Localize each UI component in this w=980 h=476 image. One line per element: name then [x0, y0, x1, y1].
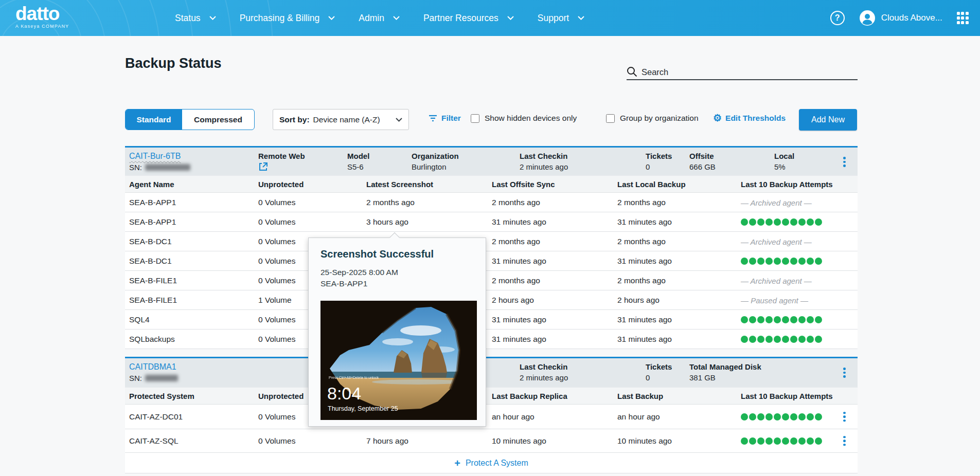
backup-attempts-dots	[741, 218, 822, 226]
chevron-down-icon	[209, 16, 216, 20]
agent-name: SEA-B-FILE1	[129, 296, 177, 305]
table-row: SQL4 0 Volumes 31 minutes ago 31 minutes…	[125, 310, 858, 329]
chevron-down-icon	[393, 16, 400, 20]
screenshot-popup: Screenshot Successful 25-Sep-2025 8:00 A…	[308, 237, 486, 427]
row-kebab-menu[interactable]	[841, 434, 848, 448]
logo-text: datto	[15, 3, 59, 24]
group-by-org-checkbox[interactable]	[606, 114, 615, 123]
group-by-org-checkbox-group: Group by organization	[606, 114, 699, 123]
agent-name: SQL4	[129, 315, 150, 324]
show-hidden-checkbox[interactable]	[471, 114, 479, 123]
protect-a-system-row: + Protect A System	[125, 453, 858, 473]
nav-item-label: Status	[175, 13, 201, 24]
agent-name: SEA-B-FILE1	[129, 276, 177, 285]
backup-attempts-dots	[741, 316, 822, 323]
protected-system-name: CAIT-AZ-SQL	[129, 436, 179, 446]
total-managed-disk-column: Total Managed Disk381 GB	[689, 362, 761, 382]
table-row: SQLbackups 0 Volumes 31 minutes ago 31 m…	[125, 329, 858, 349]
lockscreen-date: Thursday, September 25	[328, 405, 398, 412]
main-menu: Status Purchasing & Billing Admin Partne…	[175, 0, 584, 36]
page-title: Backup Status	[125, 56, 222, 71]
nav-item-label: Support	[538, 13, 569, 24]
backup-attempts-dots	[741, 437, 822, 445]
search-icon	[627, 66, 637, 77]
agent-name: SQLbackups	[129, 335, 175, 344]
chevron-down-icon	[396, 118, 402, 122]
device-name-link[interactable]: CAIT-Bur-6TB	[129, 152, 181, 160]
edit-thresholds-label: Edit Thresholds	[725, 114, 786, 123]
backup-attempts-status: — Archived agent —	[741, 198, 812, 207]
backup-attempts-dots	[741, 413, 822, 420]
tickets-column: Tickets0	[646, 152, 672, 171]
nav-item-label: Partner Resources	[423, 13, 498, 24]
help-icon[interactable]: ?	[830, 11, 845, 25]
device-identity: CAIT-Bur-6TB SN:	[129, 152, 190, 172]
popup-title: Screenshot Successful	[320, 248, 486, 260]
add-new-button[interactable]: Add New	[799, 109, 857, 131]
nav-item-purchasing-billing[interactable]: Purchasing & Billing	[240, 13, 335, 24]
backup-attempts-status: — Archived agent —	[741, 276, 812, 285]
plus-icon: +	[454, 458, 460, 468]
filter-icon	[429, 115, 437, 122]
group-by-org-label: Group by organization	[620, 114, 699, 123]
top-nav: datto A Kaseya COMPANY Status Purchasing…	[0, 0, 980, 36]
backup-attempts-dots	[741, 258, 822, 265]
table-row: SEA-B-DC1 0 Volumes 31 minutes ago 31 mi…	[125, 251, 858, 271]
search-box	[627, 60, 858, 80]
show-hidden-label: Show hidden devices only	[485, 114, 577, 123]
nav-item-status[interactable]: Status	[175, 13, 216, 24]
table-row: SEA-B-FILE1 0 Volumes 2 months ago 2 mon…	[125, 271, 858, 290]
gear-icon: ⚙	[713, 113, 722, 123]
account-menu[interactable]: Clouds Above...	[859, 10, 942, 26]
compressed-view-button[interactable]: Compressed	[182, 109, 254, 130]
backup-attempts-status: — Archived agent —	[741, 237, 812, 246]
organization-column: OrganizationBurlington	[412, 152, 459, 171]
table-row: CAIT-AZ-SQL 0 Volumes 7 hours ago 10 min…	[125, 429, 858, 453]
popup-datetime: 25-Sep-2025 8:00 AM	[320, 268, 486, 277]
standard-view-button[interactable]: Standard	[126, 109, 182, 130]
apps-grid-icon[interactable]	[957, 12, 969, 24]
device-identity: CAITDBMA1 SN:	[129, 362, 178, 382]
agent-name: SEA-B-APP1	[129, 217, 176, 227]
search-input[interactable]	[642, 67, 837, 77]
table-column-header: Protected System Unprotected Last Backup…	[125, 387, 858, 405]
account-name: Clouds Above...	[881, 13, 942, 23]
logo-subtext: A Kaseya COMPANY	[15, 24, 69, 29]
datto-logo[interactable]: datto A Kaseya COMPANY	[15, 4, 69, 29]
nav-item-partner-resources[interactable]: Partner Resources	[423, 13, 514, 24]
chevron-down-icon	[328, 16, 335, 20]
filter-label: Filter	[441, 114, 461, 123]
nav-item-label: Purchasing & Billing	[240, 13, 320, 24]
chevron-down-icon	[507, 16, 514, 20]
agent-name: SEA-B-DC1	[129, 237, 172, 246]
nav-item-support[interactable]: Support	[538, 13, 584, 24]
device-serial: SN:	[129, 374, 178, 382]
backup-status-page: datto A Kaseya COMPANY Status Purchasing…	[0, 0, 980, 476]
last-checkin-column: Last Checkin2 minutes ago	[520, 152, 568, 171]
device-kebab-menu[interactable]	[841, 155, 848, 169]
filter-button[interactable]: Filter	[429, 114, 461, 123]
chevron-down-icon	[578, 16, 584, 20]
device-kebab-menu[interactable]	[841, 365, 848, 380]
remote-web-column: Remote Web	[258, 152, 305, 173]
remote-web-label: Remote Web	[258, 152, 305, 160]
show-hidden-checkbox-group: Show hidden devices only	[471, 114, 577, 123]
nav-right-group: ? Clouds Above...	[830, 0, 969, 36]
protected-system-name: CAIT-AZ-DC01	[129, 412, 183, 422]
protect-a-system-link[interactable]: Protect A System	[466, 459, 528, 468]
last-checkin-column: Last Checkin2 minutes ago	[520, 362, 568, 382]
sort-by-select[interactable]: Sort by: Device name (A-Z)	[273, 109, 409, 130]
lockscreen-note: Press Ctrl+Alt+Delete to unlock	[329, 376, 379, 379]
device-name-link[interactable]: CAITDBMA1	[129, 362, 176, 371]
screenshot-thumbnail: Press Ctrl+Alt+Delete to unlock 8:04 Thu…	[320, 301, 477, 420]
device-card-caitdbma1: CAITDBMA1 SN: Last Checkin2 minutes ago …	[125, 357, 858, 473]
table-row: SEA-B-FILE1 1 Volume 2 hours ago 2 hours…	[125, 290, 858, 310]
sort-by-label: Sort by:	[279, 115, 310, 124]
edit-thresholds-button[interactable]: ⚙ Edit Thresholds	[713, 113, 786, 123]
table-column-header: Agent Name Unprotected Latest Screenshot…	[125, 175, 858, 193]
external-link-icon[interactable]	[258, 162, 268, 172]
row-kebab-menu[interactable]	[841, 410, 848, 424]
tickets-column: Tickets0	[646, 362, 672, 382]
nav-item-admin[interactable]: Admin	[359, 13, 400, 24]
sort-by-value: Device name (A-Z)	[313, 115, 380, 124]
